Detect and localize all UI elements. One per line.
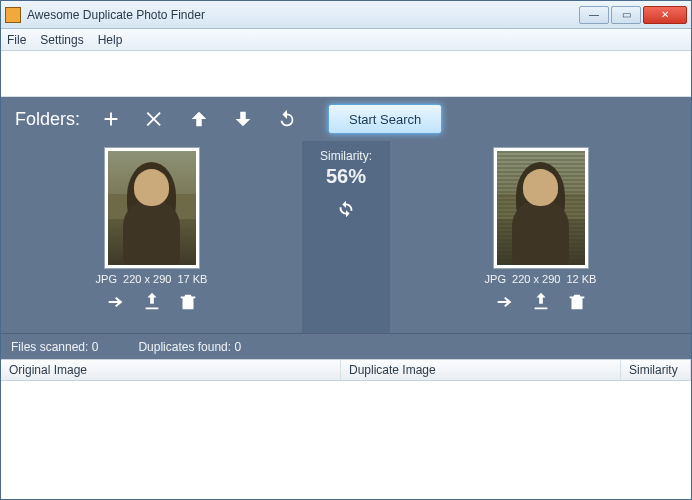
titlebar[interactable]: Awesome Duplicate Photo Finder — ▭ ✕	[1, 1, 691, 29]
folders-label: Folders:	[15, 109, 80, 130]
files-scanned: Files scanned: 0	[11, 340, 98, 354]
menu-help[interactable]: Help	[98, 33, 123, 47]
right-open-button[interactable]	[494, 291, 516, 313]
right-thumbnail[interactable]	[493, 147, 589, 269]
col-similarity[interactable]: Similarity	[621, 360, 691, 380]
left-thumbnail[interactable]	[104, 147, 200, 269]
app-icon	[5, 7, 21, 23]
left-move-button[interactable]	[141, 291, 163, 313]
duplicates-found: Duplicates found: 0	[138, 340, 241, 354]
files-scanned-value: 0	[92, 340, 99, 354]
right-move-button[interactable]	[530, 291, 552, 313]
app-window: Awesome Duplicate Photo Finder — ▭ ✕ Fil…	[0, 0, 692, 500]
minimize-button[interactable]: —	[579, 6, 609, 24]
reset-button[interactable]	[274, 106, 300, 132]
left-image-panel: JPG 220 x 290 17 KB	[1, 141, 302, 333]
similarity-label: Similarity:	[320, 149, 372, 163]
move-up-button[interactable]	[186, 106, 212, 132]
window-title: Awesome Duplicate Photo Finder	[27, 8, 579, 22]
col-original[interactable]: Original Image	[1, 360, 341, 380]
duplicates-found-value: 0	[234, 340, 241, 354]
menubar: File Settings Help	[1, 29, 691, 51]
add-folder-button[interactable]	[98, 106, 124, 132]
menu-settings[interactable]: Settings	[40, 33, 83, 47]
col-duplicate[interactable]: Duplicate Image	[341, 360, 621, 380]
right-image-actions	[494, 291, 588, 313]
results-header: Original Image Duplicate Image Similarit…	[1, 359, 691, 381]
menu-file[interactable]: File	[7, 33, 26, 47]
left-image-meta: JPG 220 x 290 17 KB	[96, 273, 208, 285]
start-search-button[interactable]: Start Search	[328, 104, 442, 134]
move-down-button[interactable]	[230, 106, 256, 132]
maximize-button[interactable]: ▭	[611, 6, 641, 24]
status-bar: Files scanned: 0 Duplicates found: 0	[1, 333, 691, 359]
right-image-panel: JPG 220 x 290 12 KB	[390, 141, 691, 333]
similarity-value: 56%	[326, 165, 366, 188]
right-image-meta: JPG 220 x 290 12 KB	[485, 273, 597, 285]
similarity-panel: Similarity: 56%	[302, 141, 390, 333]
files-scanned-label: Files scanned:	[11, 340, 88, 354]
duplicates-found-label: Duplicates found:	[138, 340, 231, 354]
right-delete-button[interactable]	[566, 291, 588, 313]
comparison-area: JPG 220 x 290 17 KB Similarity: 56% JPG …	[1, 141, 691, 333]
folder-list-area	[1, 51, 691, 97]
left-delete-button[interactable]	[177, 291, 199, 313]
window-controls: — ▭ ✕	[579, 6, 687, 24]
remove-folder-button[interactable]	[142, 106, 168, 132]
close-button[interactable]: ✕	[643, 6, 687, 24]
left-image-actions	[105, 291, 199, 313]
results-grid[interactable]	[1, 381, 691, 499]
swap-button[interactable]	[335, 198, 357, 224]
folders-toolbar: Folders: Start Search	[1, 97, 691, 141]
left-open-button[interactable]	[105, 291, 127, 313]
